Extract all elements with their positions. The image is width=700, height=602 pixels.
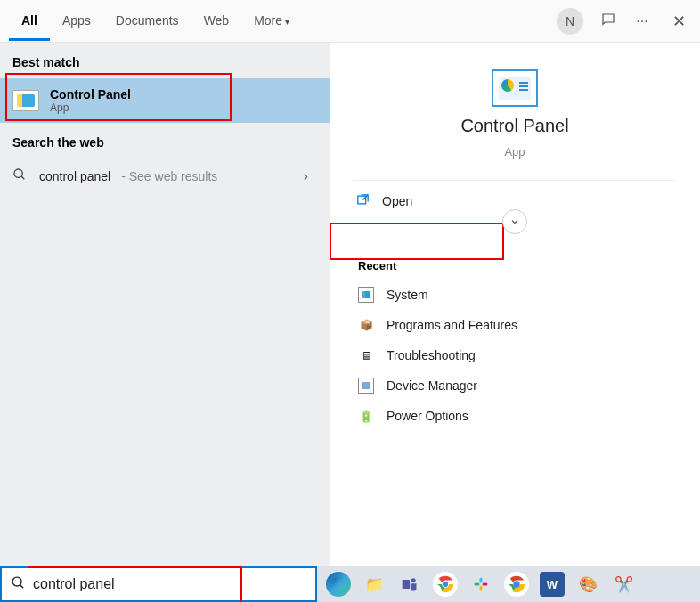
result-control-panel[interactable]: Control Panel App xyxy=(0,78,330,123)
control-panel-icon xyxy=(12,90,39,111)
recent-item-programs[interactable]: Programs and Features xyxy=(353,310,677,340)
svg-point-7 xyxy=(411,578,416,582)
svg-rect-6 xyxy=(403,580,410,589)
svg-rect-14 xyxy=(483,583,488,586)
taskbar: 📁 W 🎨 ✂️ xyxy=(317,566,700,602)
recent-item-system[interactable]: System xyxy=(353,280,677,310)
tab-all[interactable]: All xyxy=(9,1,50,41)
recent-item-troubleshooting[interactable]: Troubleshooting xyxy=(353,340,677,370)
system-icon xyxy=(358,287,374,303)
chevron-right-icon[interactable]: › xyxy=(304,168,317,184)
user-avatar[interactable]: N xyxy=(557,8,583,35)
result-text: Control Panel App xyxy=(50,87,131,114)
taskbar-slack-icon[interactable] xyxy=(468,572,493,597)
expand-toggle[interactable] xyxy=(502,209,527,234)
preview-pane: Control Panel App Open Recent System Pro… xyxy=(330,43,700,566)
recent-list: System Programs and Features Troubleshoo… xyxy=(353,280,677,431)
recent-heading: Recent xyxy=(353,243,677,280)
taskbar-snip-icon[interactable]: ✂️ xyxy=(611,572,636,597)
result-title: Control Panel xyxy=(50,87,131,102)
feedback-icon[interactable] xyxy=(599,12,617,31)
svg-point-3 xyxy=(12,577,21,586)
search-bar[interactable] xyxy=(0,566,317,602)
svg-line-4 xyxy=(20,584,24,588)
svg-rect-13 xyxy=(480,586,483,591)
open-label: Open xyxy=(382,194,412,208)
tab-web[interactable]: Web xyxy=(191,1,242,41)
svg-rect-11 xyxy=(480,578,483,583)
open-icon xyxy=(356,193,370,209)
result-subtitle: App xyxy=(50,102,131,114)
recent-item-device-manager[interactable]: Device Manager xyxy=(353,370,677,401)
preview-header: Control Panel App xyxy=(353,69,677,181)
taskbar-edge-icon[interactable] xyxy=(326,572,351,597)
search-tabs: All Apps Documents Web More xyxy=(9,1,302,41)
power-options-icon xyxy=(358,408,374,424)
close-icon[interactable]: ✕ xyxy=(667,12,691,31)
preview-subtitle: App xyxy=(504,145,525,159)
top-right-controls: N ··· ✕ xyxy=(557,8,691,35)
search-web-heading: Search the web xyxy=(0,123,330,159)
search-input[interactable] xyxy=(33,576,306,592)
tab-documents[interactable]: Documents xyxy=(103,1,191,41)
taskbar-teams-icon[interactable] xyxy=(397,572,422,597)
troubleshooting-icon xyxy=(358,347,374,363)
recent-item-power-options[interactable]: Power Options xyxy=(353,401,677,431)
search-icon xyxy=(12,167,28,185)
taskbar-word-icon[interactable]: W xyxy=(540,572,565,597)
web-suffix: - See web results xyxy=(121,169,217,183)
svg-rect-2 xyxy=(358,196,366,204)
taskbar-chrome-canary-icon[interactable] xyxy=(504,572,529,597)
device-manager-icon xyxy=(358,378,374,394)
taskbar-paint-icon[interactable]: 🎨 xyxy=(575,572,600,597)
best-match-heading: Best match xyxy=(0,43,330,78)
svg-point-5 xyxy=(331,577,346,592)
control-panel-large-icon xyxy=(492,69,538,107)
programs-icon xyxy=(358,317,374,333)
svg-point-0 xyxy=(14,169,22,177)
svg-line-1 xyxy=(21,176,24,179)
taskbar-chrome-icon[interactable] xyxy=(433,572,458,597)
tab-more[interactable]: More xyxy=(241,1,302,41)
search-icon xyxy=(11,575,26,594)
results-pane: Best match Control Panel App Search the … xyxy=(0,43,330,566)
web-query-text: control panel xyxy=(39,169,110,183)
svg-point-16 xyxy=(513,581,519,587)
web-result-item[interactable]: control panel - See web results › xyxy=(0,159,330,194)
svg-rect-12 xyxy=(475,583,480,586)
preview-title: Control Panel xyxy=(460,116,568,136)
more-options-icon[interactable]: ··· xyxy=(633,13,651,29)
tab-apps[interactable]: Apps xyxy=(50,1,103,41)
taskbar-explorer-icon[interactable]: 📁 xyxy=(362,572,387,597)
top-bar: All Apps Documents Web More N ··· ✕ xyxy=(0,0,700,43)
main-area: Best match Control Panel App Search the … xyxy=(0,43,700,566)
